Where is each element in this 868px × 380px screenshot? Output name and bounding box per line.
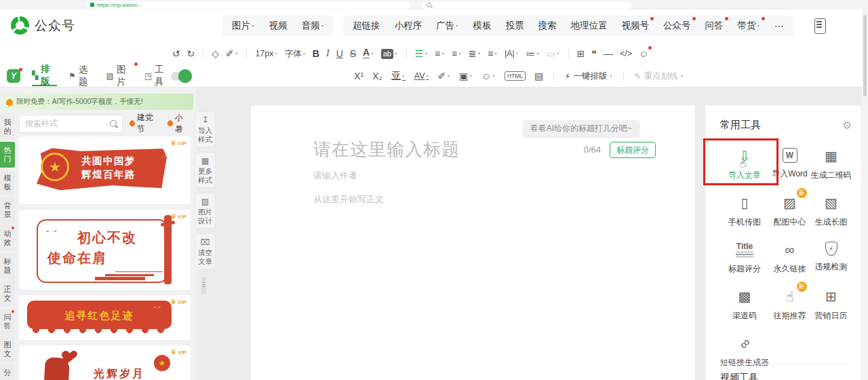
category-item[interactable]: 热门 [0, 142, 15, 168]
menu-item[interactable]: 图片 [232, 20, 255, 32]
extension-icon[interactable] [847, 2, 852, 7]
toolbar-button[interactable]: 17px [255, 49, 277, 58]
menu-item[interactable]: 小程序 [395, 20, 422, 32]
browser-icon[interactable] [7, 2, 13, 8]
toolbar-button[interactable]: HTML [505, 71, 526, 81]
toolbar-button[interactable]: ▣ [459, 71, 473, 81]
extension-icon[interactable] [803, 2, 808, 7]
quick-action-button[interactable]: ↧ 导入样式 [195, 111, 216, 147]
extension-icon[interactable] [821, 2, 826, 7]
hot-tag-xiaoshu[interactable]: 小暑 [167, 112, 191, 135]
menu-item[interactable]: 问答 [705, 20, 724, 32]
secondary-search-bar[interactable] [422, 1, 631, 9]
toolbar-button[interactable]: X¹ [354, 71, 363, 81]
toolbar-button[interactable]: ≡ [435, 48, 445, 59]
tool-item[interactable]: ▨ 新 配图中心 [769, 195, 810, 228]
menu-item[interactable]: ⋯ [774, 20, 784, 31]
extension-icon[interactable] [856, 2, 861, 7]
hot-tag-jiandangjie[interactable]: 建党节 [130, 112, 161, 135]
toolbar-button[interactable]: ❝ [591, 48, 597, 59]
toolbar-button[interactable]: 亚 [391, 70, 406, 82]
sidebar-scrollbar[interactable] [201, 277, 206, 294]
plugin-toggle[interactable] [171, 72, 190, 81]
toolbar-button[interactable]: ⚡ 一键排版 [564, 71, 612, 82]
plugin-tab[interactable]: ▨ 图片 [106, 65, 133, 86]
toolbar-button[interactable]: ☰ [415, 48, 428, 59]
toolbar-button[interactable]: A [363, 48, 374, 59]
toolbar-button[interactable]: ab [381, 48, 398, 59]
body-input[interactable]: 从这里开始写正文 [313, 193, 384, 206]
address-bar[interactable]: https://mp.weixin... [85, 1, 410, 9]
quick-action-button[interactable]: ⌧ 清空文章 [195, 233, 216, 269]
category-item[interactable]: 动效 [0, 225, 15, 251]
extension-icon[interactable] [776, 2, 782, 7]
editor-canvas[interactable]: 看看AI给你的标题打几分吧~ 请在这里输入标题 0/64 标题评分 请输入作者 … [251, 105, 695, 380]
tool-item[interactable]: ▧ 生成长图 [810, 195, 852, 228]
tool-item[interactable]: Title 标题评分 [720, 242, 769, 275]
toolbar-button[interactable]: ✎ 重点划线 [634, 71, 684, 82]
page-scrollbar[interactable] [862, 10, 868, 380]
category-item[interactable]: 正文 [0, 281, 15, 307]
category-item[interactable]: 模板 [0, 170, 15, 195]
toolbar-button[interactable]: ✐ [438, 71, 450, 81]
toolbar-button[interactable]: ≔ [526, 48, 540, 59]
browser-icon[interactable] [18, 2, 24, 8]
toolbar-button[interactable]: ≡ [488, 48, 498, 59]
toolbar-button[interactable]: ⊞ [577, 48, 585, 59]
menu-item[interactable]: 视频 [269, 20, 288, 32]
toolbar-button[interactable]: ☺ [481, 71, 496, 81]
toolbar-button[interactable]: ↺ [172, 48, 180, 59]
toolbar-button[interactable]: |A| [505, 49, 519, 58]
extension-icon[interactable] [838, 2, 844, 7]
title-score-button[interactable]: 标题评分 [610, 142, 656, 158]
quick-action-button[interactable]: ▨ 图片设计 [195, 193, 216, 229]
category-item[interactable]: 我的 [0, 114, 15, 140]
title-input[interactable]: 请在这里输入标题 [313, 138, 460, 162]
extension-icon[interactable] [785, 2, 791, 7]
toolbar-button[interactable]: AV [414, 71, 429, 81]
menu-item[interactable]: 音频 [302, 20, 325, 32]
menu-item[interactable]: 带货 [738, 20, 761, 32]
plugin-logo-icon[interactable]: Y [7, 69, 20, 83]
menu-item[interactable]: 投票 [506, 20, 524, 32]
tool-item[interactable]: ⊞ 营销日历 [810, 288, 852, 322]
extension-icon[interactable] [768, 2, 773, 7]
toolbar-button[interactable]: X₂ [372, 71, 382, 81]
extension-icon[interactable] [794, 2, 800, 7]
gear-icon[interactable]: ⚙ [843, 119, 852, 132]
menu-item[interactable]: 超链接 [353, 20, 380, 32]
style-card-ribbon[interactable]: ♛VIP 追寻红色足迹 [19, 295, 191, 340]
menu-item[interactable]: 搜索 [538, 20, 557, 32]
tool-item[interactable]: ⚡ 违规检测 [810, 242, 852, 275]
tool-item[interactable]: ∞ 永久链接 [769, 242, 810, 275]
toolbar-button[interactable]: ↻ [186, 48, 195, 59]
plugin-tab[interactable]: ⚑ 选题 [68, 65, 95, 86]
promo-banner[interactable]: 限时免费：AI写作-5000字额度，手慢无! [1, 94, 193, 110]
style-card-soldier[interactable]: ♛VIP 光辉岁月 铭记建党历史瞬间 [19, 345, 191, 380]
category-item[interactable]: 标题 [0, 253, 15, 279]
extension-icon[interactable] [829, 2, 835, 7]
toolbar-button[interactable]: S [350, 48, 356, 59]
toolbar-button[interactable]: U [336, 48, 343, 59]
toolbar-button[interactable]: ✐ [226, 48, 238, 59]
toolbar-button[interactable]: ◇ [212, 48, 219, 59]
quick-action-button[interactable]: ▦ 更多样式 [195, 152, 216, 188]
toolbar-button[interactable]: 字体 [285, 48, 306, 60]
phone-preview-icon[interactable] [814, 18, 826, 34]
extension-icon[interactable] [812, 2, 817, 7]
toolbar-button[interactable]: ☺ [639, 48, 648, 59]
toolbar-button[interactable]: I [326, 48, 330, 59]
menu-item[interactable]: 地理位置 [571, 20, 608, 32]
category-item[interactable]: 图文 [0, 337, 15, 362]
tool-item[interactable]: ▩ 渠道码 [720, 288, 769, 322]
menu-item[interactable]: 模板 [473, 20, 492, 32]
style-card-flag[interactable]: ♛VIP 共圆中国梦 辉煌百年路 [19, 136, 191, 204]
tool-item[interactable]: ☝ 新 往期推荐 [769, 288, 810, 322]
toolbar-button[interactable]: </> [620, 49, 632, 58]
menu-item[interactable]: 广告 [436, 20, 459, 32]
tool-item[interactable]: W 导入Word [769, 148, 810, 181]
browser-icon[interactable] [39, 2, 45, 8]
plugin-tab[interactable]: ▚ 排版 [32, 65, 57, 86]
toolbar-button[interactable]: ▤ [534, 71, 543, 81]
toolbar-button[interactable]: ▭ [547, 48, 560, 59]
